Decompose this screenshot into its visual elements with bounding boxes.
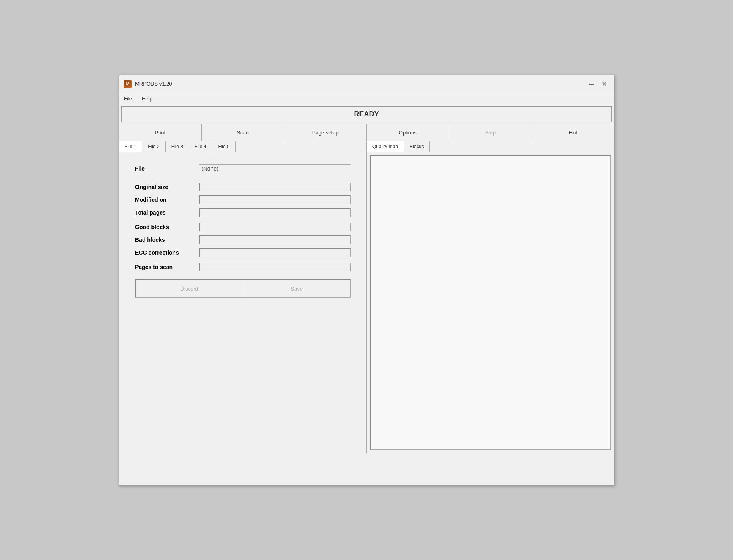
- right-panel: Quality map Blocks: [367, 141, 614, 453]
- action-buttons: Discard Save: [135, 279, 351, 298]
- options-button[interactable]: Options: [367, 124, 450, 141]
- pages-to-scan-label: Pages to scan: [135, 264, 199, 270]
- modified-on-label: Modified on: [135, 197, 199, 203]
- file-label: File: [135, 165, 199, 172]
- modified-on-input[interactable]: [199, 195, 351, 204]
- main-window: M MRPODS v1.20 — ✕ File Help READY Print…: [119, 75, 614, 486]
- file-info: File (None) Original size Modified on To…: [119, 152, 366, 453]
- save-button[interactable]: Save: [243, 279, 351, 298]
- menu-bar: File Help: [119, 93, 614, 104]
- discard-button[interactable]: Discard: [135, 279, 243, 298]
- pages-to-scan-input[interactable]: [199, 263, 351, 271]
- bottom-area: [119, 453, 614, 485]
- tab-quality-map[interactable]: Quality map: [367, 141, 404, 152]
- file-name-row: File (None): [135, 164, 351, 173]
- status-bar: READY: [121, 106, 612, 122]
- toolbar: Print Scan Page setup Options Stop Exit: [119, 124, 614, 141]
- good-blocks-label: Good blocks: [135, 224, 199, 230]
- right-tabs: Quality map Blocks: [367, 141, 614, 152]
- good-blocks-row: Good blocks: [135, 223, 351, 231]
- app-title: MRPODS v1.20: [135, 81, 172, 87]
- total-pages-row: Total pages: [135, 208, 351, 217]
- menu-file[interactable]: File: [122, 95, 134, 102]
- file-tabs: File 1 File 2 File 3 File 4 File 5: [119, 141, 366, 152]
- tab-file1[interactable]: File 1: [119, 141, 142, 152]
- scan-button[interactable]: Scan: [202, 124, 285, 141]
- bad-blocks-row: Bad blocks: [135, 235, 351, 244]
- left-panel: File 1 File 2 File 3 File 4 File 5 File …: [119, 141, 367, 453]
- tab-blocks[interactable]: Blocks: [404, 141, 430, 152]
- app-icon-letter: M: [126, 82, 129, 86]
- original-size-label: Original size: [135, 184, 199, 190]
- page-setup-button[interactable]: Page setup: [284, 124, 367, 141]
- exit-button[interactable]: Exit: [532, 124, 614, 141]
- tab-file4[interactable]: File 4: [189, 141, 212, 152]
- bad-blocks-input[interactable]: [199, 235, 351, 244]
- status-text: READY: [354, 110, 379, 118]
- minimize-button[interactable]: —: [587, 79, 596, 89]
- title-bar-controls: — ✕: [587, 79, 609, 89]
- tab-file3[interactable]: File 3: [166, 141, 189, 152]
- preview-area: [370, 155, 611, 450]
- tab-file2[interactable]: File 2: [142, 141, 165, 152]
- menu-help[interactable]: Help: [140, 95, 154, 102]
- pages-to-scan-row: Pages to scan: [135, 263, 351, 271]
- tab-file5[interactable]: File 5: [212, 141, 235, 152]
- total-pages-input[interactable]: [199, 208, 351, 217]
- ecc-corrections-input[interactable]: [199, 248, 351, 257]
- title-bar-left: M MRPODS v1.20: [124, 80, 172, 88]
- print-button[interactable]: Print: [119, 124, 202, 141]
- original-size-row: Original size: [135, 183, 351, 191]
- app-icon: M: [124, 80, 132, 88]
- ecc-corrections-row: ECC corrections: [135, 248, 351, 257]
- total-pages-label: Total pages: [135, 209, 199, 216]
- stop-button[interactable]: Stop: [449, 124, 532, 141]
- bad-blocks-label: Bad blocks: [135, 237, 199, 243]
- original-size-input[interactable]: [199, 183, 351, 191]
- good-blocks-input[interactable]: [199, 223, 351, 231]
- close-button[interactable]: ✕: [600, 79, 609, 89]
- modified-on-row: Modified on: [135, 195, 351, 204]
- title-bar: M MRPODS v1.20 — ✕: [119, 75, 614, 93]
- ecc-corrections-label: ECC corrections: [135, 249, 199, 256]
- main-content: File 1 File 2 File 3 File 4 File 5 File …: [119, 141, 614, 453]
- file-value: (None): [199, 164, 351, 173]
